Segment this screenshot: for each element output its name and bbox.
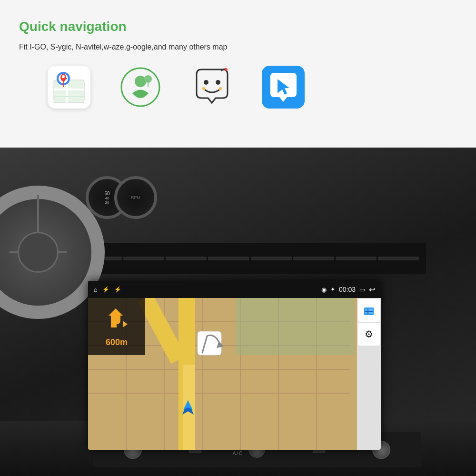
ac-label: A/C (233, 451, 244, 456)
sygic-icon[interactable] (119, 66, 162, 109)
svg-rect-40 (365, 311, 373, 312)
sidebar-btn-settings[interactable]: ⚙ (358, 323, 380, 346)
rpm-gauge: RPM (114, 176, 157, 219)
app-icons-row (19, 66, 457, 109)
usb-icon-1: ⚡ (102, 286, 109, 293)
window-icon[interactable]: ▭ (359, 286, 365, 293)
google-maps-icon[interactable] (48, 66, 90, 109)
bluetooth-icon: ✦ (330, 286, 335, 293)
navigation-area: 600m Unnamed road Suipacha Arturo Toscan… (88, 298, 381, 450)
turn-instruction: 600m (88, 298, 145, 355)
gauge-cluster: 60 40 20 RPM (86, 176, 157, 224)
nav-sidebar: ⚙ (357, 298, 381, 450)
back-icon[interactable]: ↩ (369, 285, 375, 294)
top-section: Quick navigation Fit I-GO, S-ygic, N-avi… (0, 0, 476, 148)
car-section: 60 40 20 RPM ⌂ ⚡ ⚡ ◉ (0, 148, 476, 476)
waze-icon[interactable] (190, 66, 233, 109)
svg-point-14 (216, 80, 220, 85)
navigation-map[interactable]: 600m Unnamed road Suipacha Arturo Toscan… (88, 298, 357, 450)
subtitle-text: Fit I-GO, S-ygic, N-avitel,w-aze,g-oogle… (19, 43, 457, 51)
sidebar-btn-map[interactable] (358, 299, 380, 322)
air-vents (74, 243, 426, 274)
usb-icon-2: ⚡ (114, 286, 121, 293)
svg-point-16 (219, 87, 222, 90)
svg-point-9 (62, 75, 65, 78)
status-left-icons: ⌂ ⚡ ⚡ (94, 286, 121, 293)
copilot-icon[interactable] (262, 66, 305, 109)
turn-distance: 600m (106, 337, 128, 347)
svg-point-13 (204, 80, 208, 85)
svg-point-17 (225, 68, 228, 71)
status-right-icons: ◉ ✦ 00:03 ▭ ↩ (321, 285, 375, 294)
svg-rect-36 (236, 298, 355, 355)
location-icon: ◉ (321, 286, 327, 293)
turn-arrow-icon (104, 306, 130, 337)
svg-point-15 (202, 87, 205, 90)
svg-point-11 (135, 76, 146, 87)
svg-point-12 (144, 75, 152, 83)
home-icon[interactable]: ⌂ (94, 286, 98, 293)
center-display-unit[interactable]: ⌂ ⚡ ⚡ ◉ ✦ 00:03 ▭ ↩ (88, 281, 381, 450)
status-bar: ⌂ ⚡ ⚡ ◉ ✦ 00:03 ▭ ↩ (88, 281, 381, 298)
svg-rect-1 (54, 80, 84, 103)
time-display: 00:03 (339, 286, 356, 293)
page-title: Quick navigation (19, 19, 457, 34)
